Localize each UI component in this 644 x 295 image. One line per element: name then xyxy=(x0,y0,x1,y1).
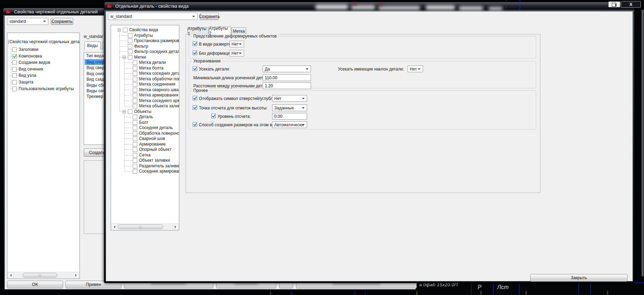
tree-item[interactable]: Пользовательские атрибуты xyxy=(7,86,79,92)
back-profile-combobox[interactable]: standard xyxy=(7,18,48,25)
tree-item[interactable]: Метка сварного шва xyxy=(111,87,179,93)
shorten-parts-select[interactable]: Да xyxy=(263,66,311,72)
scroll-right-button[interactable] xyxy=(173,224,179,230)
tree-item[interactable]: Фильтр соседних деталей xyxy=(111,49,179,54)
tree-collapse-icon[interactable] xyxy=(118,28,121,32)
tree-item-checkbox[interactable] xyxy=(133,77,137,81)
shorten-parts-checkbox[interactable] xyxy=(193,66,197,71)
tree-item-checkbox[interactable] xyxy=(133,60,137,65)
tree-item[interactable]: Создание видов xyxy=(7,60,79,66)
scroll-left-button[interactable] xyxy=(8,272,14,278)
front-save-button[interactable]: Сохранить xyxy=(200,13,219,20)
tree-item-checkbox[interactable] xyxy=(128,49,132,54)
min-shortened-length-input[interactable] xyxy=(263,74,311,81)
tab-attributes-2[interactable]: Атрибуты 2 xyxy=(209,27,231,34)
tree-item-checkbox[interactable] xyxy=(133,115,137,119)
tree-item-checkbox[interactable] xyxy=(133,136,137,141)
datum-level-input[interactable] xyxy=(272,113,307,120)
scroll-right-button[interactable] xyxy=(73,272,79,278)
tree-item[interactable]: Вид сечения xyxy=(7,67,79,72)
tree-item-checkbox[interactable] xyxy=(133,120,137,125)
front-tree-hscrollbar[interactable]: ||| xyxy=(111,223,179,230)
back-save-button[interactable]: Сохранить xyxy=(51,18,73,25)
tree-item-checkbox[interactable] xyxy=(128,44,132,49)
tree-item[interactable]: Обработка поверхности xyxy=(111,131,179,136)
level-datum-checkbox[interactable] xyxy=(193,105,197,110)
tree-item-checkbox[interactable] xyxy=(133,131,137,136)
tree-item-checkbox[interactable] xyxy=(133,82,137,87)
tree-item-checkbox[interactable] xyxy=(133,153,137,157)
shortened-parts-gap-input[interactable] xyxy=(263,82,311,89)
tree-item-checkbox[interactable] xyxy=(133,104,137,108)
tree-item[interactable]: Объекты xyxy=(111,109,179,114)
tree-item-checkbox[interactable] xyxy=(133,93,137,98)
tree-item[interactable]: Болт xyxy=(111,120,179,125)
tree-item[interactable]: Соседняя деталь xyxy=(111,125,179,130)
level-datum-select[interactable]: Заданные xyxy=(272,105,307,111)
tree-item-checkbox[interactable] xyxy=(133,66,137,71)
dimension-creation-method-checkbox[interactable] xyxy=(193,122,197,127)
tree-item[interactable]: Защита xyxy=(7,80,79,85)
back-tree-root-label[interactable]: Свойства чертежей отдельных деталей xyxy=(9,39,80,45)
tree-item[interactable]: Опорный объект xyxy=(111,147,179,152)
tree-item[interactable]: Разделитель заливки xyxy=(111,163,179,169)
tree-item[interactable]: Метка объекта заливки xyxy=(111,103,179,109)
tree-item[interactable]: Фильтр xyxy=(111,44,179,49)
tree-item[interactable]: Деталь xyxy=(111,114,179,120)
unfold-view-select[interactable]: Нет xyxy=(229,41,244,47)
tree-item[interactable]: Свойства вида xyxy=(111,27,179,33)
tree-item-checkbox[interactable] xyxy=(12,73,17,78)
tree-item[interactable]: Объект заливки xyxy=(111,158,179,163)
tree-item[interactable]: Метки xyxy=(111,55,179,60)
tree-item[interactable]: Соседнее армирование xyxy=(111,169,179,174)
tree-item-checkbox[interactable] xyxy=(133,88,137,92)
tree-item-checkbox[interactable] xyxy=(12,47,17,52)
tree-item-checkbox[interactable] xyxy=(12,54,17,59)
tree-item-checkbox[interactable] xyxy=(12,67,17,72)
tree-item-checkbox[interactable] xyxy=(133,126,137,130)
tree-item-checkbox[interactable] xyxy=(128,55,132,60)
scrollbar-thumb[interactable]: ||| xyxy=(118,224,163,229)
tree-item[interactable]: Сетка xyxy=(111,153,179,158)
tree-item[interactable]: Метка болта xyxy=(111,66,179,71)
tree-item[interactable]: Вид узла xyxy=(7,73,79,79)
scroll-left-button[interactable] xyxy=(111,224,117,230)
tree-item-checkbox[interactable] xyxy=(12,80,17,85)
tree-item-checkbox[interactable] xyxy=(133,99,137,103)
back-tree-hscrollbar[interactable]: ||| xyxy=(8,272,79,278)
tree-item[interactable]: Компоновка xyxy=(7,54,79,59)
front-profile-combobox[interactable]: w_standard xyxy=(108,13,198,20)
tree-item-checkbox[interactable] xyxy=(133,169,137,174)
dimension-creation-method-select[interactable]: Автоматически xyxy=(272,121,307,128)
tree-item-checkbox[interactable] xyxy=(12,87,17,91)
tree-item[interactable]: Метка детали xyxy=(111,60,179,65)
tree-item[interactable]: Метка соседнего армиров xyxy=(111,98,179,103)
tree-item[interactable]: Заголовки xyxy=(7,47,79,53)
tab-views[interactable]: Виды xyxy=(84,41,101,49)
tree-item[interactable]: Атрибуты xyxy=(111,33,179,38)
hole-symbol-checkbox[interactable] xyxy=(193,96,197,100)
unfold-view-checkbox[interactable] xyxy=(193,41,197,46)
tree-item-checkbox[interactable] xyxy=(133,142,137,147)
tree-collapse-icon[interactable] xyxy=(123,56,126,59)
scrollbar-thumb[interactable]: ||| xyxy=(22,273,57,277)
window-restore-button[interactable] xyxy=(608,1,620,7)
tree-item-checkbox[interactable] xyxy=(12,60,17,65)
tree-item[interactable]: Армирование xyxy=(111,142,179,147)
tree-item-checkbox[interactable] xyxy=(133,164,137,168)
tab-attributes-1[interactable]: Атрибуты 1 xyxy=(187,27,208,34)
no-deformation-checkbox[interactable] xyxy=(193,51,197,55)
tree-item-checkbox[interactable] xyxy=(133,147,137,152)
tree-collapse-icon[interactable] xyxy=(123,110,126,113)
no-deformation-select[interactable]: Нет xyxy=(229,50,244,56)
tree-item[interactable]: Сварной шов xyxy=(111,136,179,141)
datum-level-checkbox[interactable] xyxy=(211,114,216,118)
tree-item[interactable]: Метка соединения xyxy=(111,82,179,87)
tree-item-checkbox[interactable] xyxy=(128,39,132,43)
cad-scrollbar[interactable] xyxy=(642,10,644,276)
tree-item[interactable]: Метка армирования xyxy=(111,93,179,98)
tree-item[interactable]: Простановка размеров xyxy=(111,38,179,43)
window-close-button[interactable]: X xyxy=(621,1,641,8)
close-button[interactable]: Закрыть xyxy=(530,274,628,282)
tree-item[interactable]: Метка соседних деталей xyxy=(111,71,179,76)
